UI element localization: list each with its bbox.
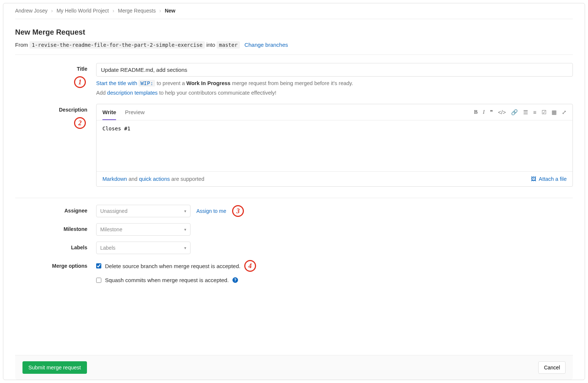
italic-icon[interactable]: I [483,109,485,116]
milestone-label: Milestone [63,226,87,232]
breadcrumb: Andrew Josey › My Hello World Project › … [15,3,573,19]
bullet-list-icon[interactable]: ☰ [523,109,528,116]
description-label: Description [59,107,87,113]
title-label: Title [77,66,87,72]
breadcrumb-item[interactable]: My Hello World Project [56,8,109,14]
squash-commits-label: Squash commits when merge request is acc… [105,277,229,283]
quick-actions-link[interactable]: quick actions [139,176,170,182]
tab-preview[interactable]: Preview [125,105,144,119]
breadcrumb-item[interactable]: Andrew Josey [15,8,48,14]
assignee-label: Assignee [64,208,87,214]
labels-select[interactable]: Labels ▾ [96,242,190,254]
source-branch: 1-revise-the-readme-file-for-the-part-2-… [29,41,205,49]
page-title: New Merge Request [15,28,573,36]
quote-icon[interactable]: ❞ [490,109,493,116]
breadcrumb-current: New [165,8,175,14]
chevron-down-icon: ▾ [184,227,186,232]
labels-label: Labels [71,245,87,250]
table-icon[interactable]: ▦ [552,109,557,116]
image-icon: 🖼 [531,176,536,182]
description-textarea[interactable]: Closes #1 [97,120,573,170]
assignee-value: Unassigned [100,208,127,214]
fullscreen-icon[interactable]: ⤢ [562,109,567,116]
into-label: into [206,42,215,48]
editor-footer-hint: Markdown and quick actions are supported [102,176,204,182]
bold-icon[interactable]: B [474,109,478,116]
squash-commits-checkbox[interactable] [96,278,101,283]
divider [15,198,573,198]
assignee-select[interactable]: Unassigned ▾ [96,205,190,217]
breadcrumb-item[interactable]: Merge Requests [118,8,156,14]
tab-write[interactable]: Write [102,105,116,120]
milestone-value: Milestone [100,226,122,232]
chevron-right-icon: › [160,8,161,14]
branch-summary: From 1-revise-the-readme-file-for-the-pa… [15,42,573,55]
title-hint-start-link[interactable]: Start the title with WIP: [96,80,155,87]
description-templates-link[interactable]: description templates [107,90,158,96]
from-label: From [15,42,28,48]
cancel-button[interactable]: Cancel [538,361,566,374]
delete-source-branch-label: Delete source branch when merge request … [105,263,241,269]
wip-code: WIP: [139,80,155,87]
assign-to-me-link[interactable]: Assign to me [196,208,226,214]
task-list-icon[interactable]: ☑ [542,109,546,116]
labels-value: Labels [100,245,115,251]
target-branch: master [217,41,240,49]
merge-options-label: Merge options [52,263,87,269]
change-branches-link[interactable]: Change branches [244,42,288,48]
title-input[interactable] [96,63,573,77]
callout-3: 3 [232,205,244,217]
chevron-right-icon: › [112,8,114,14]
markdown-link[interactable]: Markdown [102,176,127,182]
title-hint-wip: Start the title with WIP: to prevent a W… [96,80,573,86]
attach-file-link[interactable]: 🖼 Attach a file [531,176,567,182]
help-icon[interactable]: ? [232,277,238,283]
action-bar: Submit merge request Cancel [15,355,573,380]
code-icon[interactable]: </> [498,109,506,116]
chevron-down-icon: ▾ [184,246,186,250]
title-hint-templates: Add description templates to help your c… [96,90,573,96]
chevron-right-icon: › [51,8,53,14]
milestone-select[interactable]: Milestone ▾ [96,223,190,236]
callout-1: 1 [74,76,86,88]
delete-source-branch-checkbox[interactable] [96,263,101,268]
submit-button[interactable]: Submit merge request [22,361,87,374]
numbered-list-icon[interactable]: ≡ [533,109,536,116]
link-icon[interactable]: 🔗 [511,109,518,116]
description-editor: Write Preview B I ❞ </> 🔗 ☰ ≡ ☑ ▦ ⤢ [96,104,573,187]
callout-2: 2 [74,117,86,129]
callout-4: 4 [244,260,256,272]
chevron-down-icon: ▾ [184,209,186,214]
